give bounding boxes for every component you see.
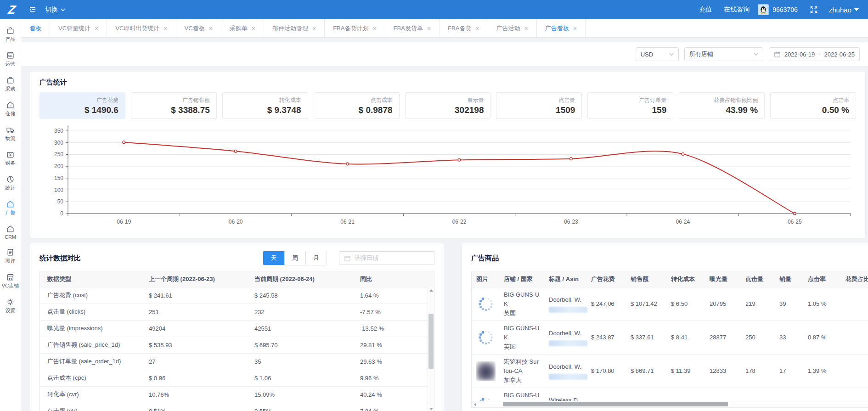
tab-VC销量统计[interactable]: VC销量统计× bbox=[50, 19, 107, 37]
tab-label: 采购单 bbox=[230, 24, 248, 33]
stat-card-点击成本[interactable]: 点击成本$ 0.9878 bbox=[314, 92, 400, 119]
period-tab-周[interactable]: 周 bbox=[284, 251, 305, 265]
tab-close-icon[interactable]: × bbox=[209, 25, 213, 32]
stat-card-广告销售额[interactable]: 广告销售额$ 3388.75 bbox=[131, 92, 217, 119]
sidebar-item-广告[interactable]: 广告 bbox=[0, 196, 21, 220]
recharge-link[interactable]: 充值 bbox=[699, 6, 712, 14]
stat-card-花费占销售额比例[interactable]: 花费占销售额比例43.99 % bbox=[679, 92, 765, 119]
sidebar-item-产品[interactable]: 产品 bbox=[0, 22, 21, 47]
collapse-menu-icon[interactable] bbox=[24, 0, 41, 19]
tab-广告活动[interactable]: 广告活动× bbox=[488, 19, 537, 37]
workspace-switcher[interactable]: 切换 bbox=[45, 6, 65, 14]
yoy-value: 9.96 % bbox=[355, 370, 434, 386]
sidebar-item-label: 产品 bbox=[6, 36, 16, 43]
tab-close-icon[interactable]: × bbox=[252, 25, 255, 32]
tab-邮件活动管理[interactable]: 邮件活动管理× bbox=[264, 19, 325, 37]
tab-close-icon[interactable]: × bbox=[475, 25, 479, 32]
tab-label: VC销量统计 bbox=[58, 24, 90, 33]
period-tab-天[interactable]: 天 bbox=[263, 251, 284, 265]
metric-name: 点击率 (ctr) bbox=[40, 403, 143, 411]
sidebar-item-label: 财务 bbox=[6, 160, 16, 167]
tab-广告看板[interactable]: 广告看板× bbox=[537, 19, 586, 37]
svg-text:06-23: 06-23 bbox=[564, 219, 578, 225]
stat-card-点击率[interactable]: 点击率0.50 % bbox=[770, 92, 856, 119]
stat-card-广告订单量[interactable]: 广告订单量159 bbox=[587, 92, 673, 119]
scrollbar-thumb[interactable] bbox=[503, 402, 728, 406]
sidebar-item-统计[interactable]: 统计 bbox=[0, 171, 21, 196]
qq-icon[interactable] bbox=[758, 4, 769, 15]
scroll-down-arrow[interactable] bbox=[428, 405, 434, 411]
stat-card-广告花费[interactable]: 广告花费$ 1490.6 bbox=[39, 92, 125, 119]
tab-VC看板[interactable]: VC看板× bbox=[176, 19, 221, 37]
compare-col-header: 上一个周期 (2022-06-23) bbox=[143, 271, 249, 287]
sidebar-item-运营[interactable]: SEL运营 bbox=[0, 47, 21, 72]
table-row: 曝光量 (impressions)4920442551-13.52 % bbox=[40, 320, 434, 337]
stat-value: $ 1490.6 bbox=[85, 105, 118, 115]
compare-date-input[interactable]: 选择日期 bbox=[339, 251, 434, 265]
tab-FBA备货计划[interactable]: FBA备货计划× bbox=[325, 19, 385, 37]
horizontal-scrollbar[interactable] bbox=[471, 401, 868, 408]
sel-shop-icon: SEL bbox=[6, 51, 15, 60]
tab-close-icon[interactable]: × bbox=[372, 25, 376, 32]
user-menu[interactable]: zhuhao bbox=[829, 6, 859, 14]
period-tab-月[interactable]: 月 bbox=[305, 251, 327, 265]
tab-close-icon[interactable]: × bbox=[312, 25, 316, 32]
asin-blurred bbox=[549, 307, 587, 313]
current-value: 0.55% bbox=[249, 403, 355, 411]
sidebar-item-测评[interactable]: 测评 bbox=[0, 244, 21, 269]
stat-card-展示量[interactable]: 展示量302198 bbox=[405, 92, 491, 119]
previous-value: $ 0.96 bbox=[143, 370, 249, 386]
svg-text:250: 250 bbox=[54, 151, 63, 158]
vertical-scrollbar[interactable] bbox=[428, 287, 434, 411]
sidebar-item-财务[interactable]: ¥财务 bbox=[0, 146, 21, 171]
top-bar: Z 切换 充值 在线咨询 9663706 zhuhao bbox=[0, 0, 868, 19]
country-name: 英国 bbox=[504, 309, 540, 318]
sidebar-item-CRM[interactable]: CRM bbox=[0, 220, 21, 244]
filter-bar: USD 所有店铺 2022-06-19 - 2022-06-25 bbox=[21, 42, 868, 66]
tab-close-icon[interactable]: × bbox=[95, 25, 98, 32]
sidebar-item-仓储[interactable]: 仓储 bbox=[0, 96, 21, 121]
tab-close-icon[interactable]: × bbox=[573, 25, 577, 32]
date-start: 2022-06-19 bbox=[784, 51, 815, 58]
orders-value: 17 bbox=[775, 354, 803, 388]
tab-close-icon[interactable]: × bbox=[524, 25, 528, 32]
chevron-down-icon bbox=[669, 53, 674, 56]
online-support-link[interactable]: 在线咨询 bbox=[724, 6, 750, 14]
stat-value: 302198 bbox=[455, 105, 484, 115]
tab-FBA发货单[interactable]: FBA发货单× bbox=[385, 19, 440, 37]
stat-card-点击量[interactable]: 点击量1509 bbox=[496, 92, 582, 119]
tab-看板[interactable]: 看板 bbox=[21, 19, 50, 37]
sidebar-item-设置[interactable]: 设置 bbox=[0, 293, 21, 318]
finance-icon: ¥ bbox=[6, 150, 15, 159]
date-range-picker[interactable]: 2022-06-19 - 2022-06-25 bbox=[769, 47, 860, 61]
stat-label: 转化成本 bbox=[279, 96, 301, 104]
products-card: 广告商品 图片店铺 / 国家标题 / Asin广告花费销售额转化成本曝光量点击量… bbox=[462, 243, 868, 411]
stat-card-转化成本[interactable]: 转化成本$ 9.3748 bbox=[222, 92, 308, 119]
shop-select[interactable]: 所有店铺 bbox=[684, 47, 763, 61]
tab-close-icon[interactable]: × bbox=[427, 25, 431, 32]
sales-amount-value: $ 869.71 bbox=[626, 354, 666, 388]
tab-FBA备货[interactable]: FBA备货× bbox=[440, 19, 488, 37]
cost-ratio-value bbox=[841, 354, 868, 388]
currency-select[interactable]: USD bbox=[636, 47, 679, 61]
shop-country-cell: BIG GUNS-UK英国 bbox=[499, 287, 544, 321]
compare-header: 统计数据对比 天周月 选择日期 bbox=[39, 251, 434, 265]
current-value: 15.09% bbox=[249, 386, 355, 403]
tab-VC即时出货统计[interactable]: VC即时出货统计× bbox=[107, 19, 176, 37]
shop-icon bbox=[6, 273, 15, 282]
tab-close-icon[interactable]: × bbox=[163, 25, 167, 32]
scrollbar-thumb[interactable] bbox=[428, 314, 434, 369]
sidebar-item-采购[interactable]: 采购 bbox=[0, 72, 21, 96]
conversion-cost-value: $ 6.50 bbox=[666, 287, 705, 321]
sidebar-item-VC店铺[interactable]: VC店铺 bbox=[0, 269, 21, 293]
scroll-up-arrow[interactable] bbox=[428, 287, 434, 293]
compare-col-header: 同比 bbox=[355, 271, 434, 287]
scroll-left-arrow[interactable] bbox=[472, 401, 478, 407]
sidebar-item-物流[interactable]: 物流 bbox=[0, 121, 21, 146]
impressions-value: 12833 bbox=[705, 354, 741, 388]
clicks-value: 219 bbox=[741, 287, 775, 321]
ad-cost-value: $ 137.55 bbox=[586, 388, 626, 401]
tab-采购单[interactable]: 采购单× bbox=[221, 19, 264, 37]
svg-text:300: 300 bbox=[54, 140, 63, 146]
fullscreen-icon[interactable] bbox=[805, 0, 823, 19]
